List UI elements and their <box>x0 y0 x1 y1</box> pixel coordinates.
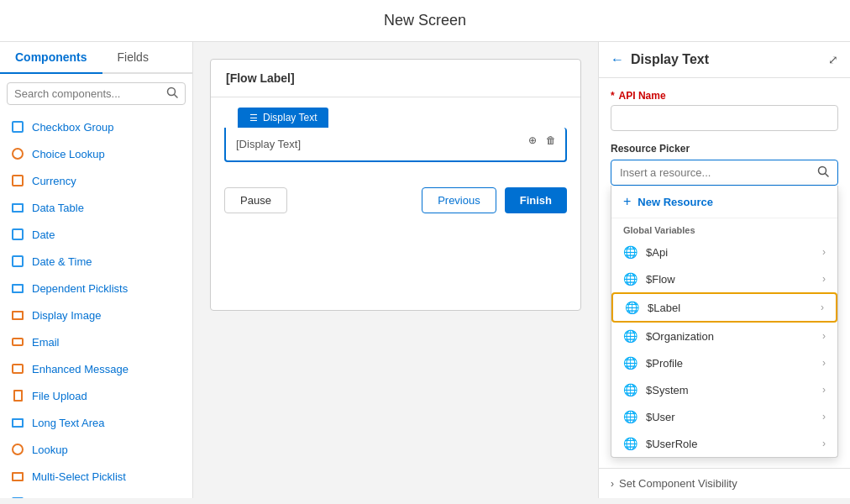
search-box <box>7 82 186 105</box>
component-label: Enhanced Message <box>32 363 129 375</box>
component-item-checkbox-group[interactable]: Checkbox Group <box>0 113 192 140</box>
delete-icon[interactable]: 🗑 <box>543 133 559 148</box>
component-item-date[interactable]: Date <box>0 221 192 248</box>
component-item-long-text-area[interactable]: Long Text Area <box>0 409 192 436</box>
search-icon <box>166 87 178 101</box>
component-item-name[interactable]: Name <box>0 490 192 498</box>
svg-line-3 <box>826 174 829 177</box>
pause-button[interactable]: Pause <box>224 187 287 213</box>
variable-item-label[interactable]: 🌐 $Label › <box>611 292 837 323</box>
component-item-email[interactable]: Email <box>0 328 192 355</box>
component-item-display-image[interactable]: Display Image <box>0 302 192 328</box>
chevron-icon-user: › <box>822 411 826 423</box>
chevron-down-icon: › <box>611 478 614 490</box>
component-label: Date <box>32 228 55 241</box>
component-label: Dependent Picklists <box>32 282 128 295</box>
multi-select-picklist-icon <box>10 469 25 484</box>
display-text-tab-bar: ☰ Display Text <box>211 108 580 128</box>
buttons-row: Pause Previous Finish <box>211 176 580 225</box>
globe-icon-flow: 🌐 <box>623 272 638 286</box>
chevron-icon-profile: › <box>822 357 826 369</box>
display-text-tab-label: Display Text <box>263 112 317 123</box>
component-item-date-time[interactable]: Date & Time <box>0 248 192 275</box>
sidebar: Components Fields Checkbox Group Choice … <box>0 42 193 498</box>
move-icon[interactable]: ⊕ <box>525 133 540 148</box>
chevron-icon-userrole: › <box>822 438 826 449</box>
sidebar-tabs: Components Fields <box>0 42 192 74</box>
variable-item-api[interactable]: 🌐 $Api › <box>611 239 837 265</box>
component-item-data-table[interactable]: Data Table <box>0 194 192 221</box>
component-item-multi-select-picklist[interactable]: Multi-Select Picklist <box>0 463 192 490</box>
display-text-container: ☰ Display Text [Display Text] ⊕ 🗑 <box>211 97 580 162</box>
component-list: Checkbox Group Choice Lookup Currency Da… <box>0 113 192 498</box>
component-label: Email <box>32 336 60 349</box>
expand-icon[interactable]: ⤢ <box>828 53 838 66</box>
api-name-input[interactable] <box>611 105 838 131</box>
resource-search-input[interactable] <box>620 166 817 179</box>
variable-label-user: $User <box>646 411 822 423</box>
component-label: Checkbox Group <box>32 121 114 134</box>
tab-fields[interactable]: Fields <box>102 42 164 72</box>
variable-label-profile: $Profile <box>646 357 822 370</box>
finish-button[interactable]: Finish <box>505 187 567 213</box>
panel-title: Display Text <box>631 52 821 67</box>
component-label: Data Table <box>32 202 84 214</box>
resource-dropdown: + New Resource Global Variables 🌐 $Api ›… <box>611 186 838 458</box>
tab-components[interactable]: Components <box>0 42 102 74</box>
resource-search <box>611 160 838 186</box>
component-item-file-upload[interactable]: File Upload <box>0 382 192 409</box>
variable-item-profile[interactable]: 🌐 $Profile › <box>611 349 837 376</box>
previous-button[interactable]: Previous <box>422 187 496 213</box>
chevron-icon-api: › <box>822 246 826 258</box>
component-item-currency[interactable]: Currency <box>0 167 192 194</box>
search-input[interactable] <box>14 87 163 100</box>
variable-item-userrole[interactable]: 🌐 $UserRole › <box>611 430 837 457</box>
resource-picker-label: Resource Picker <box>611 143 838 155</box>
email-icon <box>10 334 25 349</box>
display-text-tab[interactable]: ☰ Display Text <box>238 108 328 128</box>
flow-label: [Flow Label] <box>211 60 580 97</box>
long-text-area-icon <box>10 415 25 430</box>
set-visibility-label: Set Component Visibility <box>619 477 737 490</box>
variable-label-api: $Api <box>646 246 822 259</box>
page-header: New Screen <box>0 0 850 42</box>
page-title: New Screen <box>384 12 466 29</box>
svg-line-1 <box>175 95 178 98</box>
chevron-icon-flow: › <box>822 273 826 285</box>
component-item-dependent-picklists[interactable]: Dependent Picklists <box>0 275 192 302</box>
component-label: Lookup <box>32 444 68 456</box>
variable-label-flow: $Flow <box>646 273 822 286</box>
component-label: File Upload <box>32 390 87 402</box>
component-label: Multi-Select Picklist <box>32 470 126 483</box>
file-upload-icon <box>10 388 25 403</box>
component-label: Choice Lookup <box>32 148 105 160</box>
variable-item-user[interactable]: 🌐 $User › <box>611 403 837 430</box>
component-item-choice-lookup[interactable]: Choice Lookup <box>0 140 192 167</box>
globe-icon-label: 🌐 <box>625 301 639 314</box>
globe-icon-profile: 🌐 <box>623 356 638 370</box>
set-visibility-button[interactable]: › Set Component Visibility <box>611 477 838 490</box>
variable-item-organization[interactable]: 🌐 $Organization › <box>611 323 837 349</box>
required-indicator: * <box>611 90 615 102</box>
back-icon[interactable]: ← <box>611 52 624 67</box>
new-resource-button[interactable]: + New Resource <box>611 186 837 218</box>
component-item-lookup[interactable]: Lookup <box>0 436 192 463</box>
display-image-icon <box>10 307 25 323</box>
panel-header: ← Display Text ⤢ <box>599 42 850 78</box>
currency-icon <box>10 173 25 188</box>
right-panel: ← Display Text ⤢ * API Name Resource Pic… <box>598 42 850 498</box>
chevron-icon-system: › <box>822 384 826 396</box>
enhanced-message-icon <box>10 361 25 376</box>
screen-frame: [Flow Label] ☰ Display Text [Display Tex… <box>210 59 581 311</box>
component-item-enhanced-message[interactable]: Enhanced Message <box>0 355 192 382</box>
globe-icon-organization: 🌐 <box>623 329 638 343</box>
api-name-label: * API Name <box>611 90 838 102</box>
variable-item-system[interactable]: 🌐 $System › <box>611 376 837 403</box>
component-label: Display Image <box>32 309 101 322</box>
component-label: Name <box>32 497 61 499</box>
variable-item-flow[interactable]: 🌐 $Flow › <box>611 265 837 292</box>
data-table-icon <box>10 200 25 215</box>
display-text-area[interactable]: [Display Text] ⊕ 🗑 <box>224 128 567 162</box>
dependent-picklists-icon <box>10 281 25 296</box>
lookup-icon <box>10 442 25 457</box>
